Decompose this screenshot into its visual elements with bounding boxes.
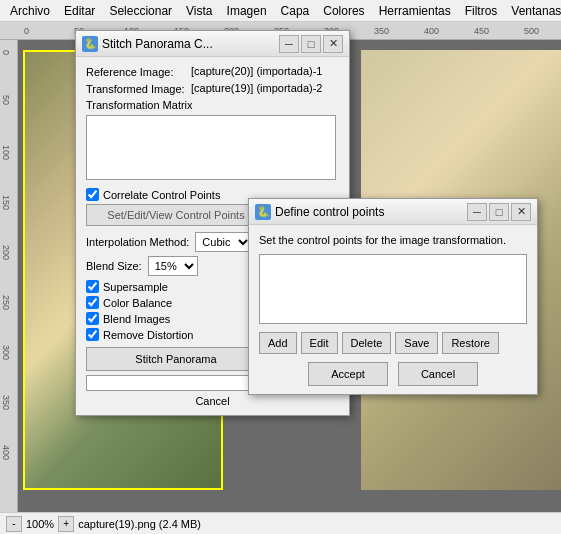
define-dialog-controls: ─ □ ✕ xyxy=(467,203,531,221)
transformation-matrix-box xyxy=(86,115,336,180)
interp-label: Interpolation Method: xyxy=(86,236,189,248)
stitch-maximize-btn[interactable]: □ xyxy=(301,35,321,53)
menu-archivo[interactable]: Archivo xyxy=(4,2,56,20)
stitch-close-btn[interactable]: ✕ xyxy=(323,35,343,53)
define-dialog-content: Set the control points for the image tra… xyxy=(249,225,537,394)
zoom-in-btn[interactable]: + xyxy=(58,516,74,532)
correlate-checkbox[interactable] xyxy=(86,188,99,201)
transformed-value: [capture(19)] (importada)-2 xyxy=(191,82,322,94)
transformed-row: Transformed Image: [capture(19)] (import… xyxy=(86,82,339,95)
python-icon: 🐍 xyxy=(82,36,98,52)
save-btn[interactable]: Save xyxy=(395,332,438,354)
interp-select[interactable]: Cubic Linear None xyxy=(195,232,252,252)
define-minimize-btn[interactable]: ─ xyxy=(467,203,487,221)
add-btn[interactable]: Add xyxy=(259,332,297,354)
restore-btn[interactable]: Restore xyxy=(442,332,499,354)
menu-seleccionar[interactable]: Seleccionar xyxy=(103,2,178,20)
remove-distortion-label: Remove Distortion xyxy=(103,329,193,341)
stitch-panorama-btn[interactable]: Stitch Panorama xyxy=(86,347,266,371)
menu-colores[interactable]: Colores xyxy=(317,2,370,20)
supersample-label: Supersample xyxy=(103,281,168,293)
statusbar: - 100% + capture(19).png (2.4 MB) xyxy=(0,512,561,534)
define-control-points-dialog: 🐍 Define control points ─ □ ✕ Set the co… xyxy=(248,198,538,395)
delete-btn[interactable]: Delete xyxy=(342,332,392,354)
cancel-btn[interactable]: Cancel xyxy=(398,362,478,386)
menu-editar[interactable]: Editar xyxy=(58,2,101,20)
blend-images-label: Blend Images xyxy=(103,313,170,325)
reference-label: Reference Image: xyxy=(86,65,191,78)
control-points-btn[interactable]: Set/Edit/View Control Points xyxy=(86,204,266,226)
stitch-cancel-btn[interactable]: Cancel xyxy=(86,395,339,407)
remove-distortion-checkbox[interactable] xyxy=(86,328,99,341)
define-footer: Accept Cancel xyxy=(259,362,527,386)
define-canvas-area xyxy=(259,254,527,324)
color-balance-label: Color Balance xyxy=(103,297,172,309)
menu-herramientas[interactable]: Herramientas xyxy=(373,2,457,20)
menu-vista[interactable]: Vista xyxy=(180,2,218,20)
matrix-label: Transformation Matrix xyxy=(86,99,339,111)
define-action-buttons: Add Edit Delete Save Restore xyxy=(259,332,527,354)
menu-imagen[interactable]: Imagen xyxy=(221,2,273,20)
menubar: Archivo Editar Seleccionar Vista Imagen … xyxy=(0,0,561,22)
transformed-label: Transformed Image: xyxy=(86,82,191,95)
blend-images-checkbox[interactable] xyxy=(86,312,99,325)
supersample-checkbox[interactable] xyxy=(86,280,99,293)
define-python-icon: 🐍 xyxy=(255,204,271,220)
zoom-level: 100% xyxy=(26,518,54,530)
menu-ventanas[interactable]: Ventanas xyxy=(505,2,561,20)
ruler-vertical: 0 50 100 150 200 250 300 350 400 xyxy=(0,40,18,512)
reference-value: [capture(20)] (importada)-1 xyxy=(191,65,322,77)
blend-label: Blend Size: xyxy=(86,260,142,272)
define-close-btn[interactable]: ✕ xyxy=(511,203,531,221)
file-info: capture(19).png (2.4 MB) xyxy=(78,518,201,530)
define-dialog-titlebar[interactable]: 🐍 Define control points ─ □ ✕ xyxy=(249,199,537,225)
menu-filtros[interactable]: Filtros xyxy=(459,2,504,20)
stitch-dialog-controls: ─ □ ✕ xyxy=(279,35,343,53)
zoom-out-btn[interactable]: - xyxy=(6,516,22,532)
define-description: Set the control points for the image tra… xyxy=(259,233,527,248)
correlate-label: Correlate Control Points xyxy=(103,189,220,201)
edit-btn[interactable]: Edit xyxy=(301,332,338,354)
reference-row: Reference Image: [capture(20)] (importad… xyxy=(86,65,339,78)
accept-btn[interactable]: Accept xyxy=(308,362,388,386)
menu-capa[interactable]: Capa xyxy=(275,2,316,20)
stitch-dialog-titlebar[interactable]: 🐍 Stitch Panorama C... ─ □ ✕ xyxy=(76,31,349,57)
define-maximize-btn[interactable]: □ xyxy=(489,203,509,221)
blend-select[interactable]: 15% 10% 20% xyxy=(148,256,198,276)
stitch-dialog-title: Stitch Panorama C... xyxy=(102,37,279,51)
stitch-minimize-btn[interactable]: ─ xyxy=(279,35,299,53)
color-balance-checkbox[interactable] xyxy=(86,296,99,309)
define-dialog-title: Define control points xyxy=(275,205,467,219)
